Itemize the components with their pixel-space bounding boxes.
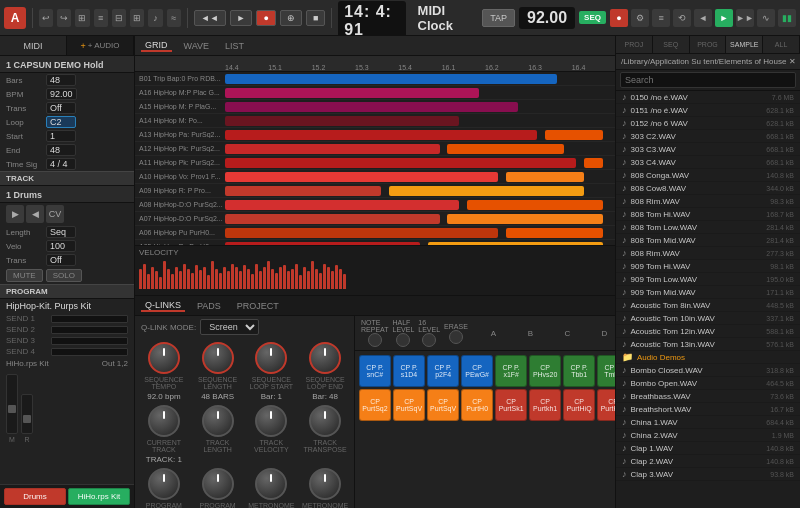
file-list[interactable]: ♪0150 /no é.WAV7.6 MB♪0151 /no é.WAV628.… <box>616 91 800 508</box>
grid-row-content[interactable] <box>225 128 615 141</box>
clip[interactable] <box>225 228 498 238</box>
waveform-icon[interactable]: ∿ <box>757 9 775 27</box>
list-icon[interactable]: ≡ <box>94 9 108 27</box>
grid-row-content[interactable] <box>225 198 615 211</box>
play-button[interactable]: ► <box>230 10 253 26</box>
pad-15[interactable]: CP PurtHiQ <box>597 389 615 421</box>
grid-row-content[interactable] <box>225 156 615 169</box>
grid-row-content[interactable] <box>225 212 615 225</box>
pad-9[interactable]: CP PurtSqV <box>393 389 425 421</box>
file-item[interactable]: ♪Bombo Open.WAV464.5 kB <box>616 377 800 390</box>
fast-forward-icon[interactable]: ►► <box>736 9 754 27</box>
grid-row-content[interactable] <box>225 226 615 239</box>
file-item[interactable]: ♪0151 /no é.WAV628.1 kB <box>616 104 800 117</box>
knob-11[interactable] <box>309 468 341 500</box>
clip[interactable] <box>225 116 459 126</box>
grid-tab-list[interactable]: LIST <box>221 41 248 51</box>
bars-icon[interactable]: ⊟ <box>112 9 126 27</box>
clip[interactable] <box>447 144 564 154</box>
grid-row-content[interactable] <box>225 86 615 99</box>
all-tab[interactable]: ALL <box>763 36 800 53</box>
file-item[interactable]: ♪0150 /no é.WAV7.6 MB <box>616 91 800 104</box>
clip[interactable] <box>225 88 479 98</box>
file-item[interactable]: ♪Acoustic Tom 10in.WAV337.1 kB <box>616 312 800 325</box>
pad-1[interactable]: CP P. s1D4 <box>393 355 425 387</box>
file-item[interactable]: ♪909 Tom Low.WAV195.0 kB <box>616 273 800 286</box>
knob-9[interactable] <box>202 468 234 500</box>
knob-0[interactable] <box>148 342 180 374</box>
knob-2[interactable] <box>255 342 287 374</box>
piano-icon[interactable]: ♪ <box>148 9 162 27</box>
rec-button[interactable]: ● <box>256 10 275 26</box>
app-logo[interactable]: A <box>4 7 26 29</box>
project-tab[interactable]: PROJECT <box>233 301 283 311</box>
file-item[interactable]: ♪Clap 2.WAV140.8 kB <box>616 455 800 468</box>
half-level-knob[interactable] <box>396 333 410 347</box>
knob-7[interactable] <box>309 405 341 437</box>
overdub-button[interactable]: ⊕ <box>280 10 302 26</box>
pad-6[interactable]: CP P. Tbb1 <box>563 355 595 387</box>
file-item[interactable]: ♪Breathbass.WAV73.6 kB <box>616 390 800 403</box>
record-icon[interactable]: ● <box>610 9 628 27</box>
file-item[interactable]: ♪808 Cow8.WAV344.0 kB <box>616 182 800 195</box>
file-item[interactable]: ♪909 Tom Hi.WAV98.1 kB <box>616 260 800 273</box>
clip[interactable] <box>506 172 584 182</box>
pattern-icon[interactable]: ≡ <box>652 9 670 27</box>
file-item[interactable]: ♪808 Tom Mid.WAV281.4 kB <box>616 234 800 247</box>
clip[interactable] <box>447 214 603 224</box>
grid-tab-grid[interactable]: GRID <box>141 40 172 52</box>
knob-8[interactable] <box>148 468 180 500</box>
mixer-icon[interactable]: ⊞ <box>130 9 144 27</box>
send1-bar[interactable] <box>51 315 128 323</box>
knob-6[interactable] <box>255 405 287 437</box>
clip[interactable] <box>225 130 537 140</box>
grid-row-content[interactable] <box>225 240 615 245</box>
file-item[interactable]: ♪0152 /no 6 WAV628.1 kB <box>616 117 800 130</box>
file-item[interactable]: ♪808 Conga.WAV140.8 kB <box>616 169 800 182</box>
file-item[interactable]: ♪China 1.WAV684.4 kB <box>616 416 800 429</box>
prev2-icon[interactable]: ◄ <box>694 9 712 27</box>
fader-m-slider[interactable] <box>6 374 18 434</box>
grid-row-content[interactable] <box>225 100 615 113</box>
file-item[interactable]: ♪808 Tom Low.WAV281.4 kB <box>616 221 800 234</box>
file-item[interactable]: ♪808 Tom Hi.WAV168.7 kB <box>616 208 800 221</box>
undo-icon[interactable]: ↩ <box>39 9 53 27</box>
file-item[interactable]: ♪Acoustic Tom 12in.WAV588.1 kB <box>616 325 800 338</box>
seq-button[interactable]: SEQ <box>579 11 606 24</box>
file-item[interactable]: 📁Audio Demos <box>616 351 800 364</box>
eq-icon[interactable]: ≈ <box>167 9 181 27</box>
knob-1[interactable] <box>202 342 234 374</box>
pad-13[interactable]: CP Purtkh1 <box>529 389 561 421</box>
send4-bar[interactable] <box>51 348 128 356</box>
redo-icon[interactable]: ↪ <box>57 9 71 27</box>
pad-5[interactable]: CP PHvs20 <box>529 355 561 387</box>
sample-tab[interactable]: SAMPLE <box>726 36 763 53</box>
qlinks-tab[interactable]: Q-LINKS <box>141 300 185 312</box>
fader-r-slider[interactable] <box>21 394 33 434</box>
drums-button[interactable]: Drums <box>4 488 66 505</box>
clip[interactable] <box>225 102 518 112</box>
cv-icon[interactable]: CV <box>46 205 64 223</box>
stop-button[interactable]: ■ <box>306 10 325 26</box>
play-track-icon[interactable]: ▶ <box>6 205 24 223</box>
tap-button[interactable]: TAP <box>482 9 515 27</box>
clip[interactable] <box>225 242 420 245</box>
erase-knob[interactable] <box>449 330 463 344</box>
grid-row-content[interactable] <box>225 170 615 183</box>
knob-4[interactable] <box>148 405 180 437</box>
send3-bar[interactable] <box>51 337 128 345</box>
note-repeat-knob[interactable] <box>368 333 382 347</box>
file-item[interactable]: ♪909 Tom Mid.WAV171.1 kB <box>616 286 800 299</box>
solo-button[interactable]: SOLO <box>46 269 82 282</box>
file-item[interactable]: ♪303 C4.WAV668.1 kB <box>616 156 800 169</box>
prog-tab[interactable]: PROG <box>690 36 727 53</box>
file-item[interactable]: ♪Acoustic Tom 8in.WAV448.5 kB <box>616 299 800 312</box>
file-item[interactable]: ♪303 C2.WAV668.1 kB <box>616 130 800 143</box>
clip[interactable] <box>225 74 557 84</box>
pad-4[interactable]: CP P. x1F# <box>495 355 527 387</box>
prev-button[interactable]: ◄◄ <box>194 10 226 26</box>
midi-tab[interactable]: MIDI <box>0 36 67 55</box>
pad-12[interactable]: CP PurtSk1 <box>495 389 527 421</box>
pad-7[interactable]: CP P. Tmb2 <box>597 355 615 387</box>
pad-14[interactable]: CP PurtHiQ <box>563 389 595 421</box>
